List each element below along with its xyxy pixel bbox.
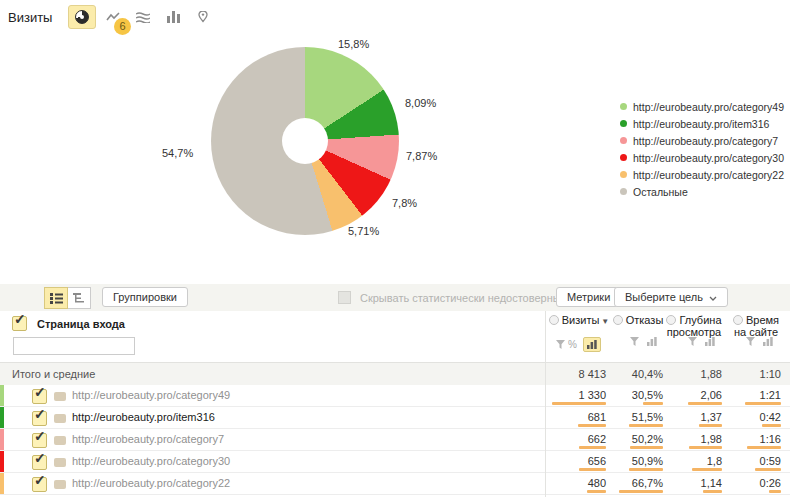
totals-label: Итого и средние (12, 368, 95, 380)
columns-chart-icon (167, 11, 180, 23)
goal-select-dropdown[interactable]: Выберите цель (614, 287, 728, 307)
tree-view-button[interactable] (68, 287, 91, 309)
legend-label: http://eurobeauty.pro/category7 (633, 135, 778, 147)
percent-mode-icon[interactable]: % (568, 339, 577, 350)
legend-item[interactable]: Остальные (620, 183, 784, 200)
value-bar (692, 468, 722, 471)
legend-label: http://eurobeauty.pro/category30 (633, 152, 784, 164)
cell-time: 0:26 (760, 477, 781, 489)
cell-time: 0:42 (760, 411, 781, 423)
dimension-row: ✓ Страница входа (12, 316, 125, 331)
time-column-tools (746, 337, 773, 346)
table-row[interactable]: ✓ http://eurobeauty.pro/item316 681 51,5… (0, 407, 790, 429)
checkmark-icon: ✓ (34, 428, 46, 444)
bounce-column-tools (630, 337, 657, 346)
favicon-placeholder-icon (54, 480, 66, 489)
pie-slice-label: 8,09% (405, 97, 436, 109)
totals-visits: 8 413 (536, 368, 606, 380)
funnel-icon[interactable] (556, 340, 565, 349)
legend-label: http://eurobeauty.pro/category22 (633, 169, 784, 181)
tree-view-icon (73, 293, 85, 304)
table-row[interactable]: ✓ http://eurobeauty.pro/category22 480 6… (0, 473, 790, 495)
bar-mode-icon[interactable] (647, 337, 657, 346)
column-header-visits[interactable]: Визиты▼ (548, 314, 610, 328)
funnel-icon[interactable] (688, 337, 697, 346)
cell-time: 1:21 (760, 389, 781, 401)
url-filter-input[interactable] (13, 337, 135, 355)
pie-slice-label: 7,87% (406, 150, 437, 162)
view-stacked-button[interactable] (130, 6, 156, 28)
funnel-icon[interactable] (630, 337, 639, 346)
value-bar (630, 446, 663, 449)
legend-dot-icon (620, 103, 627, 110)
favicon-placeholder-icon (54, 414, 66, 423)
pie-chart-hole (282, 118, 328, 164)
cell-depth: 1,98 (701, 433, 722, 445)
funnel-icon[interactable] (746, 337, 755, 346)
cell-visits: 662 (588, 433, 606, 445)
row-checkbox[interactable]: ✓ (32, 477, 47, 492)
view-map-button[interactable] (190, 6, 216, 28)
row-checkbox[interactable]: ✓ (32, 455, 47, 470)
row-url-link[interactable]: http://eurobeauty.pro/category30 (72, 455, 230, 467)
legend-item[interactable]: http://eurobeauty.pro/category7 (620, 132, 784, 149)
column-header-time[interactable]: Время на сайте (728, 314, 784, 338)
legend-label: Остальные (633, 186, 688, 198)
legend-dot-icon (620, 171, 627, 178)
metrics-button[interactable]: Метрики (556, 287, 621, 307)
row-url-link[interactable]: http://eurobeauty.pro/item316 (72, 411, 215, 423)
row-url-link[interactable]: http://eurobeauty.pro/category22 (72, 477, 230, 489)
cell-visits: 480 (588, 477, 606, 489)
view-columns-button[interactable] (160, 6, 186, 28)
pie-slice-label: 7,8% (392, 197, 417, 209)
legend-dot-icon (620, 120, 627, 127)
legend-dot-icon (620, 154, 627, 161)
checkmark-icon: ✓ (14, 311, 26, 327)
pie-slice-label: 54,7% (162, 147, 193, 159)
row-color-strip (0, 407, 4, 428)
table-row[interactable]: ✓ http://eurobeauty.pro/category7 662 50… (0, 429, 790, 451)
legend-item[interactable]: http://eurobeauty.pro/item316 (620, 115, 784, 132)
bar-mode-selected-icon[interactable] (583, 337, 601, 352)
checkmark-icon: ✓ (34, 472, 46, 488)
bar-mode-icon[interactable] (763, 337, 773, 346)
flat-list-view-button[interactable] (44, 287, 68, 309)
row-checkbox[interactable]: ✓ (32, 411, 47, 426)
value-bar (578, 424, 606, 427)
cell-bounce: 50,2% (632, 433, 663, 445)
row-url-link[interactable]: http://eurobeauty.pro/category49 (72, 389, 230, 401)
cell-time: 0:59 (760, 455, 781, 467)
legend-item[interactable]: http://eurobeauty.pro/category22 (620, 166, 784, 183)
legend-item[interactable]: http://eurobeauty.pro/category30 (620, 149, 784, 166)
value-bar (745, 402, 781, 405)
favicon-placeholder-icon (54, 458, 66, 467)
value-bar (552, 402, 606, 405)
value-bar (688, 402, 722, 405)
column-header-bounce[interactable]: Отказы (612, 314, 664, 326)
column-header-depth[interactable]: Глубина просмотра (664, 314, 724, 338)
cell-depth: 2,06 (701, 389, 722, 401)
value-bar (689, 446, 722, 449)
value-bar (579, 446, 606, 449)
chevron-down-icon (709, 296, 717, 301)
favicon-placeholder-icon (54, 392, 66, 401)
row-checkbox[interactable]: ✓ (32, 433, 47, 448)
checkbox-icon (338, 291, 351, 304)
dimension-checkbox[interactable]: ✓ (12, 316, 27, 331)
bar-mode-icon[interactable] (705, 337, 715, 346)
cell-bounce: 66,7% (632, 477, 663, 489)
goal-select-label: Выберите цель (625, 291, 703, 303)
totals-bounce: 40,4% (613, 368, 663, 380)
groupings-button[interactable]: Группировки (102, 287, 188, 307)
row-checkbox[interactable]: ✓ (32, 389, 47, 404)
view-toggle-group (44, 287, 91, 309)
view-pie-button[interactable] (68, 5, 96, 29)
legend-item[interactable]: http://eurobeauty.pro/category49 (620, 98, 784, 115)
table-row[interactable]: ✓ http://eurobeauty.pro/category30 656 5… (0, 451, 790, 473)
value-bar (629, 468, 663, 471)
legend-label: http://eurobeauty.pro/category49 (633, 101, 784, 113)
table-row[interactable]: ✓ http://eurobeauty.pro/category49 1 330… (0, 385, 790, 407)
value-bar (587, 490, 606, 493)
row-url-link[interactable]: http://eurobeauty.pro/category7 (72, 433, 224, 445)
row-color-strip (0, 429, 4, 450)
